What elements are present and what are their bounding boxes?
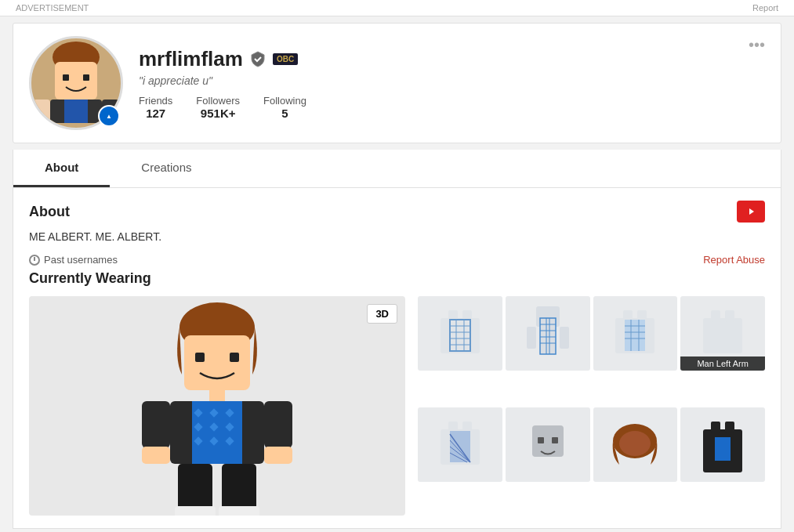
svg-rect-83 bbox=[711, 422, 720, 433]
currently-wearing-title: Currently Wearing bbox=[29, 270, 765, 287]
svg-rect-16 bbox=[209, 390, 225, 401]
username: mrflimflam bbox=[139, 47, 243, 71]
svg-rect-67 bbox=[711, 310, 720, 322]
tabs-bar: About Creations bbox=[13, 150, 781, 188]
past-usernames-row: Past usernames Report Abuse bbox=[29, 254, 765, 266]
online-badge: ▲ bbox=[98, 105, 120, 127]
top-bar: ADVERTISEMENT Report bbox=[0, 0, 794, 16]
svg-rect-49 bbox=[560, 327, 569, 349]
svg-rect-32 bbox=[178, 464, 212, 511]
followers-count: 951K+ bbox=[196, 107, 240, 120]
profile-card: ▲ mrflimflam OBC "i appreciate u" Friend… bbox=[13, 23, 781, 143]
svg-rect-31 bbox=[264, 447, 292, 464]
stats-row: Friends 127 Followers 951K+ Following 5 bbox=[139, 95, 733, 120]
item-4-tooltip: Man Left Arm bbox=[680, 356, 765, 371]
past-usernames-link[interactable]: Past usernames bbox=[29, 254, 118, 266]
svg-rect-15 bbox=[230, 353, 239, 362]
obc-badge: OBC bbox=[273, 53, 298, 65]
clock-icon bbox=[29, 255, 40, 266]
content-area: About ME ALBERT. ME. ALBERT. Past userna… bbox=[13, 188, 781, 529]
item-2[interactable] bbox=[506, 296, 590, 371]
about-header: About bbox=[29, 201, 765, 223]
bio-text: ME ALBERT. ME. ALBERT. bbox=[29, 230, 765, 243]
item-5[interactable] bbox=[418, 407, 502, 482]
about-title: About bbox=[29, 204, 70, 220]
following-label: Following bbox=[263, 95, 306, 107]
svg-rect-6 bbox=[33, 100, 50, 123]
report-link[interactable]: Report bbox=[752, 3, 778, 13]
svg-rect-68 bbox=[725, 310, 734, 322]
tab-creations[interactable]: Creations bbox=[110, 150, 223, 187]
svg-rect-78 bbox=[538, 437, 544, 443]
wearing-layout: 3D bbox=[29, 296, 765, 516]
svg-rect-2 bbox=[63, 74, 69, 81]
item-7[interactable] bbox=[593, 407, 678, 482]
svg-rect-33 bbox=[222, 464, 256, 511]
svg-rect-30 bbox=[142, 447, 170, 464]
following-count: 5 bbox=[263, 107, 306, 120]
youtube-icon bbox=[744, 206, 758, 217]
friends-label: Friends bbox=[139, 95, 172, 107]
svg-rect-13 bbox=[184, 335, 250, 390]
friends-stat[interactable]: Friends 127 bbox=[139, 95, 172, 120]
friends-count: 127 bbox=[139, 107, 172, 120]
youtube-button[interactable] bbox=[737, 201, 765, 223]
advertisement-label: ADVERTISEMENT bbox=[16, 3, 89, 13]
followers-stat[interactable]: Followers 951K+ bbox=[196, 95, 240, 120]
toggle-3d-button[interactable]: 3D bbox=[367, 304, 397, 324]
svg-rect-84 bbox=[725, 422, 734, 433]
item-1[interactable] bbox=[418, 296, 502, 371]
svg-rect-29 bbox=[264, 401, 292, 448]
character-3d-svg bbox=[131, 296, 303, 516]
items-grid: Man Left Arm bbox=[418, 296, 765, 516]
svg-rect-66 bbox=[703, 318, 742, 353]
svg-rect-48 bbox=[527, 327, 536, 349]
status-text: "i appreciate u" bbox=[139, 74, 733, 87]
svg-rect-36 bbox=[441, 318, 480, 353]
options-menu-button[interactable]: ••• bbox=[749, 36, 765, 54]
username-row: mrflimflam OBC bbox=[139, 47, 733, 71]
svg-rect-28 bbox=[142, 401, 170, 448]
following-stat[interactable]: Following 5 bbox=[263, 95, 306, 120]
svg-rect-35 bbox=[219, 506, 259, 516]
svg-rect-77 bbox=[532, 425, 564, 457]
avatar-wrap: ▲ bbox=[29, 36, 123, 130]
svg-text:▲: ▲ bbox=[106, 113, 112, 120]
svg-rect-5 bbox=[64, 100, 88, 123]
svg-rect-85 bbox=[715, 437, 731, 461]
svg-rect-3 bbox=[83, 74, 89, 81]
svg-rect-34 bbox=[175, 506, 216, 516]
svg-rect-60 bbox=[625, 320, 645, 351]
svg-rect-1 bbox=[55, 62, 97, 100]
followers-label: Followers bbox=[196, 95, 240, 107]
item-6[interactable] bbox=[506, 407, 590, 482]
verified-icon bbox=[249, 50, 266, 67]
item-3[interactable] bbox=[593, 296, 678, 371]
item-8[interactable] bbox=[680, 407, 765, 482]
profile-info: mrflimflam OBC "i appreciate u" Friends … bbox=[139, 47, 733, 120]
tab-about[interactable]: About bbox=[13, 150, 110, 187]
avatar-3d-preview: 3D bbox=[29, 296, 405, 516]
report-abuse-link[interactable]: Report Abuse bbox=[703, 254, 765, 266]
item-4[interactable]: Man Left Arm bbox=[680, 296, 765, 371]
svg-rect-14 bbox=[195, 353, 205, 362]
svg-rect-79 bbox=[552, 437, 558, 443]
svg-point-81 bbox=[619, 431, 651, 456]
past-usernames-label: Past usernames bbox=[44, 254, 118, 266]
